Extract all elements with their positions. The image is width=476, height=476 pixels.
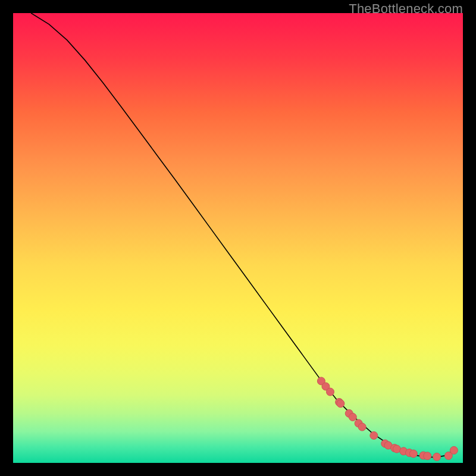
chart-svg xyxy=(13,13,463,463)
plot-area xyxy=(13,13,463,463)
marker-dot xyxy=(370,431,378,439)
marker-dot xyxy=(358,423,366,431)
marker-dot xyxy=(450,446,458,454)
marker-dot xyxy=(409,450,417,458)
marker-dot xyxy=(337,400,345,408)
marker-dot xyxy=(433,453,441,461)
chart-stage: TheBottleneck.com xyxy=(0,0,476,476)
marker-dot xyxy=(424,452,431,460)
curve-line xyxy=(31,13,454,458)
marker-dot xyxy=(326,388,334,396)
marker-group xyxy=(317,377,458,461)
marker-dot xyxy=(349,413,356,421)
